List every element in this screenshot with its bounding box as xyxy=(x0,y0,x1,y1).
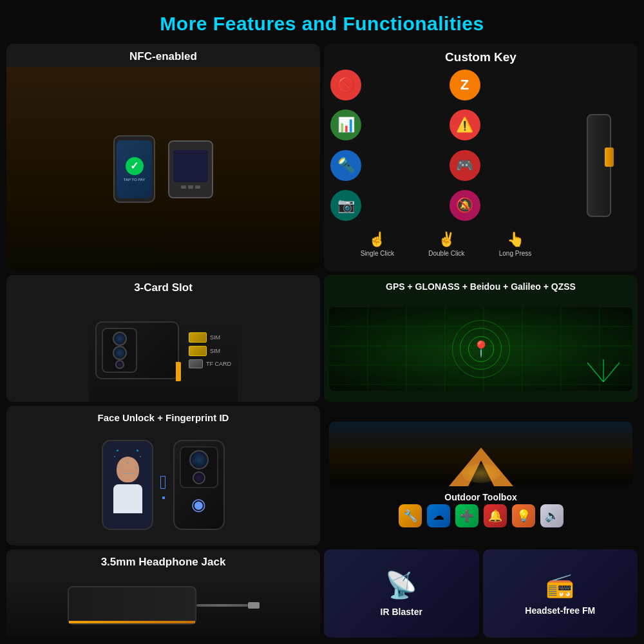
gps-rings: 📍 xyxy=(452,320,510,378)
click-modes: ☝ Single Click ✌ Double Click 👆 Long Pre… xyxy=(330,227,562,262)
key-icons-grid: 🚫 Z 📊 ⚠️ 🔦 🎮 📷 🔕 xyxy=(330,68,562,222)
gps-cell: GPS + GLONASS + Beidou + Galileo + QZSS xyxy=(324,275,638,402)
double-click-label: Double Click xyxy=(428,250,464,257)
tent-glow xyxy=(462,464,500,483)
key-icon-game: 🎮 xyxy=(450,150,480,181)
headphone-title: 3.5mm Headphone Jack xyxy=(96,549,231,573)
face-unlock-cell: Face Unlock + Fingerprint ID xyxy=(6,406,320,545)
key-icon-flashlight: 🔦 xyxy=(330,150,361,181)
nfc-pay-text: TAP TO PAY xyxy=(124,178,146,182)
key-icon-mute: 🔕 xyxy=(450,190,480,221)
key-icon-warn: ⚠️ xyxy=(450,109,480,140)
camera-lens-1 xyxy=(113,332,127,346)
long-press-item: 👆 Long Press xyxy=(499,231,532,257)
toolbox-icon-6: 🔊 xyxy=(540,504,564,527)
ir-blaster-icon: 📡 xyxy=(385,570,417,600)
svg-line-13 xyxy=(603,363,620,382)
fm-radio-label: Headset-free FM xyxy=(525,605,595,616)
fm-radio-icon: 📻 xyxy=(545,572,574,599)
sim2-card xyxy=(189,346,207,356)
toolbox-icon-3: ➕ xyxy=(455,504,478,527)
gps-map-visual: 📍 xyxy=(329,307,632,391)
sim2-label: SIM xyxy=(210,348,220,354)
headphone-cell: 3.5mm Headphone Jack xyxy=(6,549,320,638)
outdoor-toolbox-label: Outdoor Toolbox xyxy=(444,490,517,504)
payment-terminal xyxy=(168,140,213,198)
nfc-image: ✓ TAP TO PAY xyxy=(6,67,320,271)
double-click-item: ✌ Double Click xyxy=(428,231,464,257)
page: More Features and Functionalities NFC-en… xyxy=(0,0,644,644)
ir-blaster-label: IR Blaster xyxy=(381,607,422,617)
face-dot xyxy=(136,467,137,468)
back-camera-main xyxy=(189,450,209,469)
fingerprint-container: 𝋑 xyxy=(160,471,167,499)
single-click-label: Single Click xyxy=(361,250,394,257)
sim2-row: SIM xyxy=(189,346,231,356)
toolbox-icon-2: ☁ xyxy=(427,504,450,527)
nfc-scene: ✓ TAP TO PAY xyxy=(107,129,220,209)
toolbox-icons: 🔧 ☁ ➕ 🔔 💡 🔊 xyxy=(399,504,564,527)
terminal-screen xyxy=(173,150,208,182)
face-phone-front xyxy=(102,440,153,530)
page-title: More Features and Functionalities xyxy=(6,6,638,44)
outdoor-content: Outdoor Toolbox 🔧 ☁ ➕ 🔔 💡 🔊 xyxy=(324,406,638,545)
camera-module xyxy=(102,328,137,373)
back-camera-2 xyxy=(193,471,205,484)
phone-back-view xyxy=(95,321,179,379)
gps-pin-icon: 📍 xyxy=(471,340,491,358)
double-click-icon: ✌ xyxy=(438,231,455,248)
nfc-title: NFC-enabled xyxy=(124,44,202,67)
camera-lens-2 xyxy=(113,346,127,360)
card-tray-area: SIM SIM TF CARD xyxy=(189,332,231,368)
gps-title: GPS + GLONASS + Beidou + Galileo + QZSS xyxy=(381,275,581,296)
face-phone-back: ◉ xyxy=(173,440,225,530)
headphone-content xyxy=(6,573,320,638)
nfc-phone: ✓ TAP TO PAY xyxy=(113,135,155,203)
gps-content: 📍 xyxy=(324,296,638,402)
cable-scene xyxy=(13,586,314,625)
tf-card xyxy=(189,359,203,368)
key-icon-stats: 📊 xyxy=(330,109,361,140)
device-body xyxy=(68,586,196,625)
face-dot xyxy=(140,456,141,457)
jack-plug xyxy=(248,602,260,609)
face-dot xyxy=(114,456,115,457)
face-dot xyxy=(127,462,128,464)
sim1-row: SIM xyxy=(189,332,231,343)
terminal-key xyxy=(188,185,193,189)
headphone-cable xyxy=(196,604,248,607)
sim1-card xyxy=(189,332,207,343)
card-slot-cell: 3-Card Slot SIM xyxy=(6,275,320,402)
face-dot xyxy=(118,467,119,468)
terminal-key xyxy=(195,185,200,189)
toolbox-icon-1: 🔧 xyxy=(399,504,422,527)
single-click-icon: ☝ xyxy=(368,231,386,248)
svg-line-11 xyxy=(587,363,603,382)
long-press-label: Long Press xyxy=(499,250,532,257)
fp-icon-back: ◉ xyxy=(191,495,206,515)
gps-signal-svg xyxy=(587,356,620,382)
face-dot xyxy=(117,450,118,451)
device-accent-strip xyxy=(69,621,195,623)
nfc-check-icon: ✓ xyxy=(126,157,144,175)
face-dot xyxy=(137,450,138,451)
custom-key-content: 🚫 Z 📊 ⚠️ 🔦 🎮 📷 🔕 ☝ Single Click xyxy=(324,68,638,269)
ir-cell: 📡 IR Blaster xyxy=(324,549,479,638)
card-slot-title: 3-Card Slot xyxy=(129,275,198,298)
nfc-phone-screen: ✓ TAP TO PAY xyxy=(117,140,152,198)
terminal-key xyxy=(181,185,186,189)
key-icon-camera: 📷 xyxy=(330,190,361,221)
fm-cell: 📻 Headset-free FM xyxy=(483,549,638,638)
face-dot-mouth xyxy=(120,473,135,474)
card-slot-image: SIM SIM TF CARD xyxy=(89,298,238,402)
toolbox-icon-4: 🔔 xyxy=(484,504,507,527)
long-press-icon: 👆 xyxy=(507,231,524,248)
phone-side-view xyxy=(587,114,611,217)
camera-lens-3 xyxy=(115,360,124,369)
face-camera-module xyxy=(180,446,218,488)
fp-dot xyxy=(162,497,165,499)
face-dots-overlay xyxy=(111,446,144,485)
tf-row: TF CARD xyxy=(189,359,231,368)
tf-label: TF CARD xyxy=(206,361,231,367)
outdoor-bg-scene xyxy=(329,422,632,486)
